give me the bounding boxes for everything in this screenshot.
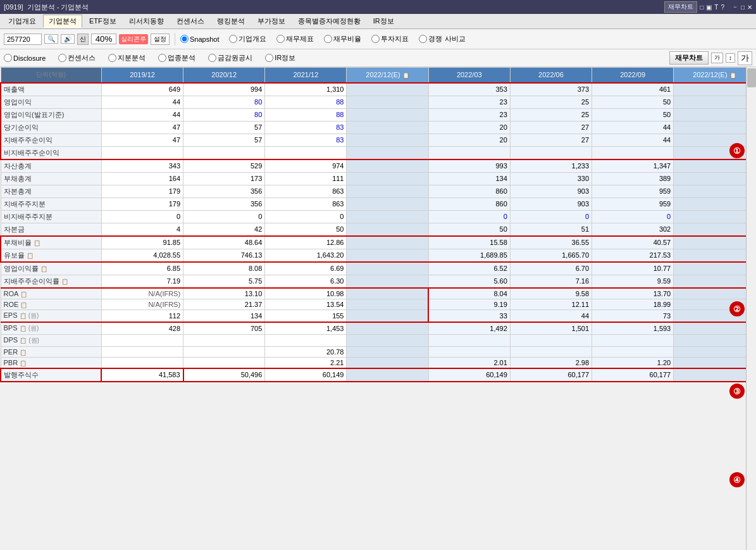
row-total-liabilities: 부채총계 164 173 111 134 330 389 bbox=[1, 172, 755, 185]
cell-cp-2022q2: 27 bbox=[510, 134, 592, 146]
radio-company-overview[interactable]: 기업개요 bbox=[229, 34, 266, 44]
radio-industry[interactable]: 업종분석 bbox=[158, 53, 195, 63]
annotation-2: ② bbox=[729, 301, 745, 316]
cell-roa-2022q3: 13.70 bbox=[592, 288, 674, 299]
menu-extra-info[interactable]: 부가정보 bbox=[252, 15, 291, 28]
eps-icon[interactable]: 📋 bbox=[20, 313, 27, 319]
label-net-profit: 당기순이익 bbox=[1, 121, 101, 134]
stock-code-input[interactable] bbox=[4, 34, 42, 45]
cell-cp-2022q3: 44 bbox=[592, 134, 674, 146]
radio-fss[interactable]: 금감원공시 bbox=[208, 53, 252, 63]
cell-dr-2020: 48.64 bbox=[183, 236, 265, 249]
cell-tl-2022e2 bbox=[674, 172, 755, 185]
cell-ta-2020: 529 bbox=[183, 159, 265, 173]
roa-icon[interactable]: 📋 bbox=[20, 291, 27, 297]
cell-roa-2020: 13.10 bbox=[183, 288, 265, 299]
percent-input[interactable] bbox=[91, 34, 116, 44]
menu-capital-increase[interactable]: 종목별증자예정현황 bbox=[292, 15, 366, 28]
label-controlling-margin: 지배주주순이익률 📋 bbox=[1, 275, 101, 288]
cell-te-2022q1: 860 bbox=[428, 185, 510, 197]
cell-ta-2022q3: 1,347 bbox=[592, 159, 674, 173]
label-bps: BPS 📋 (원) bbox=[1, 322, 101, 335]
radio-competitor[interactable]: 경쟁 사비교 bbox=[419, 34, 465, 44]
cell-dps-2021 bbox=[265, 334, 347, 346]
cell-si-2022q3: 60,177 bbox=[592, 368, 674, 382]
roe-icon[interactable]: 📋 bbox=[20, 302, 27, 308]
cell-revenue-2022q3: 461 bbox=[592, 83, 674, 96]
cell-opm-2020: 8.08 bbox=[183, 262, 265, 275]
cell-revenue-2021: 1,310 bbox=[265, 83, 347, 96]
cell-per-2022e2 bbox=[674, 346, 755, 357]
menu-ir-info[interactable]: IR정보 bbox=[368, 15, 400, 28]
menu-company-overview[interactable]: 기업개요 bbox=[3, 15, 42, 28]
cell-cm-2022q3: 9.59 bbox=[592, 275, 674, 288]
row-dps: DPS 📋 (원) bbox=[1, 334, 755, 346]
cell-bps-2022q2: 1,501 bbox=[510, 322, 592, 335]
cell-te-2020: 356 bbox=[183, 185, 265, 197]
menu-ranking[interactable]: 랭킹분석 bbox=[211, 15, 251, 28]
cell-pbr-2022e2 bbox=[674, 357, 755, 368]
op-margin-icon[interactable]: 📋 bbox=[40, 266, 47, 272]
radio-group-top: Snapshot 기업개요 재무제표 재무비율 투자지표 경쟁 사비교 bbox=[180, 34, 466, 44]
menu-bar: 기업개요 기업분석 ETF정보 리서치동향 컨센서스 랭킹분석 부가정보 종목별… bbox=[0, 14, 756, 29]
bps-icon[interactable]: 📋 bbox=[20, 325, 27, 332]
menu-company-analysis[interactable]: 기업분석 bbox=[43, 15, 82, 28]
radio-financial-ratio[interactable]: 재무비율 bbox=[324, 34, 361, 44]
table-scroll-area[interactable]: 단위(억원) 2019/12 2020/12 2021/12 2022/12(E… bbox=[0, 67, 756, 550]
per-icon[interactable]: 📋 bbox=[20, 349, 27, 356]
cell-pbr-2021: 2.21 bbox=[265, 357, 347, 368]
radio-financial-statement[interactable]: 재무제표 bbox=[276, 34, 314, 44]
cell-cm-2022e1 bbox=[347, 275, 428, 288]
cell-cap-2022q2: 51 bbox=[510, 223, 592, 236]
cell-opm-2019: 6.85 bbox=[101, 262, 183, 275]
radio-disclosure[interactable]: Disclosure bbox=[4, 54, 46, 62]
cell-opa-2019: 44 bbox=[101, 108, 183, 121]
radio-consensus2[interactable]: 컨센서스 bbox=[58, 53, 96, 63]
cell-opa-2022q1: 23 bbox=[428, 108, 510, 121]
cell-cp-2022e1 bbox=[347, 134, 428, 146]
cell-rr-2022q1: 1,689.85 bbox=[428, 249, 510, 262]
menu-research-trend[interactable]: 리서치동향 bbox=[123, 15, 170, 28]
col-header-2022q3: 2022/09 bbox=[592, 68, 674, 83]
cell-ci-2022q3: 959 bbox=[592, 197, 674, 210]
financial-chart-button[interactable]: 재무차트 bbox=[669, 51, 709, 65]
label-retention-ratio: 유보율 📋 bbox=[1, 249, 101, 262]
retention-ratio-icon[interactable]: 📋 bbox=[27, 253, 34, 259]
cell-dps-2022e2 bbox=[674, 334, 755, 346]
annotation-3: ③ bbox=[729, 384, 745, 399]
cell-revenue-2022q2: 373 bbox=[510, 83, 592, 96]
stock-tag: 실리콘루 bbox=[119, 34, 148, 44]
radio-snapshot[interactable]: Snapshot bbox=[180, 35, 219, 43]
cell-roe-2021: 13.54 bbox=[265, 299, 347, 309]
font-large-button[interactable]: 가 bbox=[738, 51, 752, 65]
main-content: 단위(억원) 2019/12 2020/12 2021/12 2022/12(E… bbox=[0, 67, 756, 550]
vertical-scrollbar[interactable] bbox=[746, 67, 756, 550]
radio-investment-index[interactable]: 투자지표 bbox=[371, 34, 409, 44]
cell-opm-2022e1 bbox=[347, 262, 428, 275]
setting-button[interactable]: 설정 bbox=[151, 34, 170, 45]
cell-cap-2022e2 bbox=[674, 223, 755, 236]
jemu-chart-btn[interactable]: 재무차트 bbox=[664, 1, 697, 13]
search-button[interactable]: 🔍 bbox=[44, 34, 58, 44]
cell-ci-2022e1 bbox=[347, 197, 428, 210]
debt-ratio-icon[interactable]: 📋 bbox=[34, 240, 40, 246]
menu-consensus[interactable]: 컨센서스 bbox=[171, 15, 210, 28]
font-swap-button[interactable]: ↕ bbox=[726, 53, 735, 63]
title-bar-controls[interactable]: 재무차트 □ ▣ T ? － □ ✕ bbox=[664, 1, 752, 13]
font-small-button[interactable]: 가 bbox=[711, 53, 723, 63]
cell-pbr-2022q3: 1.20 bbox=[592, 357, 674, 368]
menu-etf-info[interactable]: ETF정보 bbox=[84, 15, 122, 28]
volume-button[interactable]: 🔊 bbox=[61, 34, 75, 44]
cell-dps-2022q3 bbox=[592, 334, 674, 346]
radio-equity[interactable]: 지분분석 bbox=[108, 53, 146, 63]
cell-bps-2022e2 bbox=[674, 322, 755, 335]
scrollbar-thumb[interactable] bbox=[747, 68, 756, 87]
cell-roa-2022e2 bbox=[674, 288, 755, 299]
row-noncontrolling-profit: 비지배주주순이익 bbox=[1, 146, 755, 159]
radio-ir[interactable]: IR정보 bbox=[265, 53, 295, 63]
cell-tl-2021: 111 bbox=[265, 172, 347, 185]
controlling-margin-icon[interactable]: 📋 bbox=[61, 278, 68, 285]
pbr-icon[interactable]: 📋 bbox=[20, 360, 27, 366]
label-noncontrolling-interest: 비지배주주지분 bbox=[1, 210, 101, 223]
dps-icon[interactable]: 📋 bbox=[20, 337, 27, 344]
